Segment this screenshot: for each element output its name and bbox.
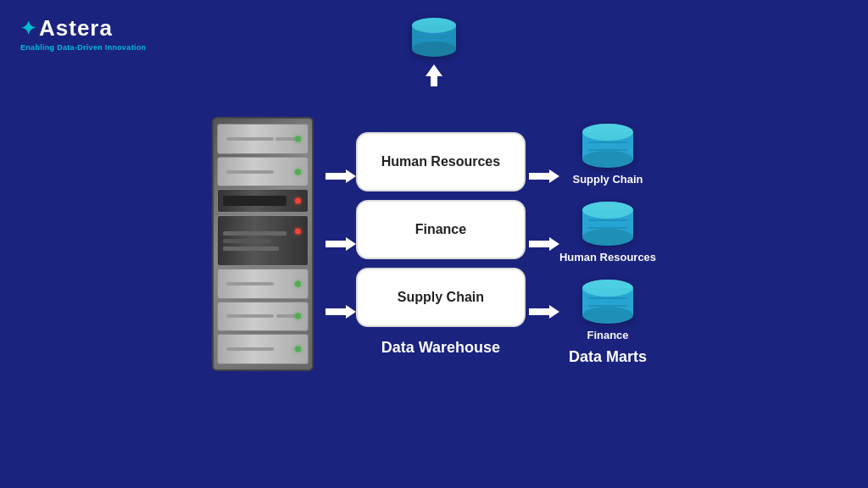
- svg-point-16: [582, 124, 633, 141]
- rack-led-green-3: [295, 280, 301, 286]
- mart-hr-label: Human Resources: [559, 251, 656, 263]
- mart-db-icon-3: [578, 279, 637, 325]
- tagline-suffix: Innovation: [103, 43, 146, 52]
- mart-human-resources: Human Resources: [559, 201, 656, 263]
- right-arrows-col: [526, 147, 559, 341]
- svg-marker-12: [529, 305, 559, 319]
- data-marts-label: Data Marts: [569, 348, 647, 366]
- top-db-icon: [409, 17, 459, 59]
- mart-supply-label: Supply Chain: [572, 173, 643, 186]
- svg-point-27: [582, 307, 633, 324]
- logo-text: ✦ Astera: [20, 15, 146, 42]
- mart-finance-label: Finance: [587, 329, 628, 341]
- warehouse-hr-label: Human Resources: [381, 154, 501, 169]
- data-warehouse-label: Data Warehouse: [381, 339, 500, 357]
- warehouse-box-supply: Supply Chain: [356, 268, 526, 327]
- logo-area: ✦ Astera Enabling Data-Driven Innovation: [20, 15, 146, 52]
- mart-supply-chain: Supply Chain: [572, 123, 643, 186]
- mart-db-icon-2: [578, 201, 637, 247]
- rack-led-green-4: [295, 313, 301, 319]
- data-marts-items: Supply Chain Human Resources: [559, 123, 656, 341]
- rack-unit-1: [217, 124, 309, 154]
- tagline-bold: Data-Driven: [57, 43, 103, 52]
- rack-led-red-2: [295, 228, 301, 234]
- svg-marker-7: [326, 169, 356, 183]
- mart-db-icon-1: [578, 123, 637, 169]
- svg-marker-9: [326, 305, 356, 319]
- svg-point-15: [582, 151, 633, 168]
- server-rack: [212, 117, 314, 371]
- logo-star-icon: ✦: [20, 18, 36, 40]
- svg-point-3: [412, 18, 456, 33]
- logo-tagline: Enabling Data-Driven Innovation: [20, 43, 146, 52]
- warehouse-finance-label: Finance: [415, 222, 466, 237]
- rack-unit-5: [217, 269, 309, 299]
- left-arrows-col: [322, 147, 356, 341]
- tagline-prefix: Enabling: [20, 43, 57, 52]
- right-arrow-3: [526, 282, 559, 341]
- warehouse-box-hr: Human Resources: [356, 132, 526, 191]
- right-arrow-icon-3: [526, 302, 559, 322]
- arrow-right-icon-1: [322, 166, 356, 186]
- rack-led-green-5: [295, 347, 301, 352]
- right-arrow-1: [526, 147, 559, 206]
- top-db-area: [409, 17, 459, 88]
- svg-point-2: [412, 42, 456, 57]
- rack-unit-7: [217, 334, 309, 364]
- up-arrow-icon: [424, 63, 444, 88]
- rack-led-red-1: [295, 198, 301, 204]
- svg-point-22: [582, 202, 633, 219]
- svg-marker-10: [529, 169, 559, 183]
- warehouse-supply-label: Supply Chain: [398, 290, 484, 305]
- svg-marker-8: [326, 237, 356, 251]
- right-arrow-icon-2: [526, 234, 559, 254]
- rack-unit-2: [217, 157, 309, 187]
- data-marts-col: Supply Chain Human Resources: [559, 123, 656, 366]
- rack-unit-6: [217, 302, 309, 332]
- rack-led-green-1: [295, 136, 301, 141]
- mart-finance: Finance: [578, 279, 637, 341]
- left-arrow-2: [322, 214, 356, 274]
- warehouse-boxes: Human Resources Finance Supply Chain: [356, 132, 526, 327]
- right-arrow-icon-1: [526, 166, 559, 186]
- left-arrow-1: [322, 147, 356, 206]
- arrow-right-icon-3: [322, 302, 356, 322]
- logo-name: Astera: [39, 15, 113, 42]
- right-arrow-2: [526, 214, 559, 274]
- svg-marker-11: [529, 237, 559, 251]
- left-arrow-3: [322, 282, 356, 341]
- rack-unit-4: [217, 215, 309, 266]
- svg-point-28: [582, 280, 633, 297]
- svg-point-21: [582, 229, 633, 246]
- arrow-right-icon-2: [322, 234, 356, 254]
- rack-unit-3: [217, 189, 309, 213]
- warehouse-col: Human Resources Finance Supply Chain Dat…: [356, 132, 526, 357]
- rack-led-green-2: [295, 169, 301, 175]
- warehouse-box-finance: Finance: [356, 200, 526, 259]
- svg-marker-6: [426, 64, 442, 86]
